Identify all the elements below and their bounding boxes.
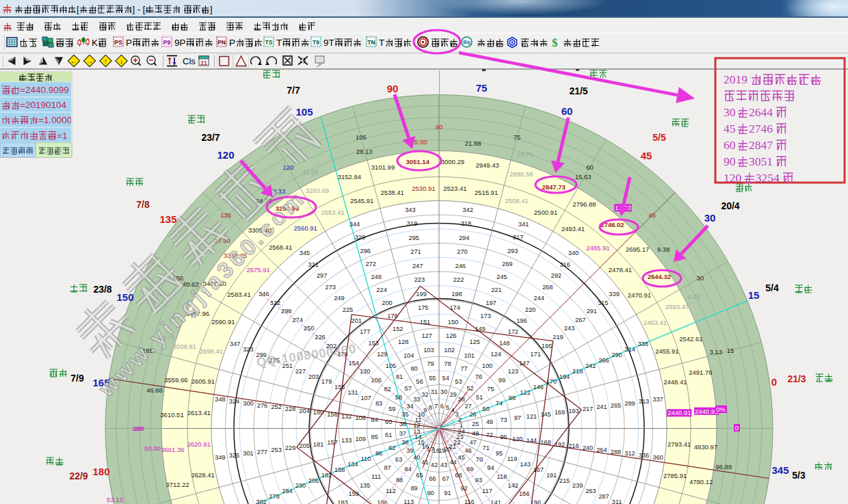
svg-text:0%: 0% xyxy=(716,406,726,413)
svg-text:75: 75 xyxy=(476,82,488,94)
svg-text:337: 337 xyxy=(652,396,663,403)
svg-text:173: 173 xyxy=(480,313,491,319)
svg-text:93: 93 xyxy=(475,477,482,483)
svg-text:254: 254 xyxy=(282,488,293,494)
svg-text:105: 105 xyxy=(295,106,313,118)
svg-text:2644.32: 2644.32 xyxy=(648,273,671,280)
svg-text:171: 171 xyxy=(530,351,541,358)
svg-text:88: 88 xyxy=(396,477,403,483)
svg-text:3051.14: 3051.14 xyxy=(406,158,429,165)
svg-text:289: 289 xyxy=(624,400,635,407)
svg-text:30: 30 xyxy=(704,212,716,224)
svg-text:2644: 2644 xyxy=(749,105,773,119)
svg-text:73: 73 xyxy=(500,416,507,423)
svg-text:33: 33 xyxy=(413,396,420,403)
svg-text:2478.41: 2478.41 xyxy=(609,266,632,274)
svg-text:145: 145 xyxy=(540,411,551,418)
svg-text:Big: Big xyxy=(463,40,471,45)
svg-text:2628.41: 2628.41 xyxy=(191,471,215,479)
svg-text:38: 38 xyxy=(401,439,408,446)
svg-text:2515.91: 2515.91 xyxy=(475,189,498,196)
svg-text:→: → xyxy=(86,57,93,65)
svg-text:226: 226 xyxy=(315,334,326,341)
svg-text:347: 347 xyxy=(230,341,241,347)
svg-text:2019: 2019 xyxy=(724,72,747,86)
svg-text:120: 120 xyxy=(724,171,742,185)
svg-text:245: 245 xyxy=(496,274,507,280)
svg-text:21: 21 xyxy=(200,59,207,66)
svg-text:91: 91 xyxy=(444,490,451,496)
svg-text:83: 83 xyxy=(375,400,382,407)
svg-text:3712.22: 3712.22 xyxy=(166,481,189,488)
svg-text:72: 72 xyxy=(486,432,493,438)
svg-text:92: 92 xyxy=(460,485,467,492)
svg-text:23/7: 23/7 xyxy=(201,132,220,143)
svg-text:2470.91: 2470.91 xyxy=(628,291,651,299)
svg-text:126: 126 xyxy=(446,332,457,339)
svg-text:99: 99 xyxy=(499,377,505,384)
svg-text:203: 203 xyxy=(308,373,319,380)
svg-text:94: 94 xyxy=(487,464,494,471)
svg-text:278: 278 xyxy=(269,493,280,500)
svg-text:117: 117 xyxy=(482,488,492,494)
svg-text:155: 155 xyxy=(334,384,345,390)
svg-text:225: 225 xyxy=(343,306,354,313)
svg-text:344: 344 xyxy=(349,221,360,228)
svg-text:45: 45 xyxy=(641,150,652,161)
svg-text:228: 228 xyxy=(285,406,296,412)
svg-text:60: 60 xyxy=(586,163,594,171)
svg-text:301: 301 xyxy=(243,450,254,457)
svg-text:2613.41: 2613.41 xyxy=(187,409,211,416)
svg-text:170: 170 xyxy=(546,378,557,385)
svg-text:149: 149 xyxy=(475,326,486,332)
svg-text:41: 41 xyxy=(421,459,428,466)
svg-text:109: 109 xyxy=(355,436,366,442)
svg-text:58: 58 xyxy=(395,394,402,401)
svg-text:324: 324 xyxy=(229,398,240,405)
svg-text:135: 135 xyxy=(159,213,176,225)
svg-text:297: 297 xyxy=(317,272,328,279)
svg-text:37: 37 xyxy=(399,430,406,437)
svg-text:106: 106 xyxy=(371,377,382,384)
svg-text:60: 60 xyxy=(561,105,573,117)
svg-text:288: 288 xyxy=(611,449,622,455)
svg-text:0: 0 xyxy=(771,376,777,388)
svg-text:7/7: 7/7 xyxy=(287,85,300,96)
svg-text:20/4: 20/4 xyxy=(721,200,739,211)
svg-text:30: 30 xyxy=(697,274,704,282)
svg-text:313: 313 xyxy=(639,398,650,405)
svg-text:133: 133 xyxy=(341,437,352,444)
svg-text:3000.29: 3000.29 xyxy=(441,158,464,165)
svg-text:229: 229 xyxy=(285,445,296,451)
svg-text:294: 294 xyxy=(459,235,470,241)
svg-text:$: $ xyxy=(552,36,558,49)
svg-text:7/9: 7/9 xyxy=(70,373,84,384)
svg-text:Cls: Cls xyxy=(183,56,196,66)
svg-text:] - [: ] - [ xyxy=(133,4,146,14)
svg-text:196: 196 xyxy=(516,317,527,324)
svg-text:147: 147 xyxy=(519,360,530,367)
svg-text:169: 169 xyxy=(555,409,566,416)
svg-text:132: 132 xyxy=(341,413,352,420)
svg-text:116: 116 xyxy=(464,499,475,504)
svg-text:60: 60 xyxy=(724,138,736,152)
svg-text:296: 296 xyxy=(360,248,371,254)
svg-text:177: 177 xyxy=(360,328,371,335)
svg-text:150: 150 xyxy=(116,291,133,303)
svg-text:49: 49 xyxy=(486,419,493,425)
svg-text:339: 339 xyxy=(609,291,620,297)
svg-text:P9: P9 xyxy=(163,39,171,46)
svg-text:23/8: 23/8 xyxy=(93,284,111,295)
svg-text:69: 69 xyxy=(466,466,473,473)
svg-text:90: 90 xyxy=(724,155,736,168)
svg-text:32: 32 xyxy=(421,391,428,398)
svg-text:253: 253 xyxy=(271,447,282,453)
svg-text:21.88: 21.88 xyxy=(465,140,481,147)
svg-text:154: 154 xyxy=(349,360,360,367)
svg-text:90: 90 xyxy=(427,490,434,496)
svg-text:9T: 9T xyxy=(323,38,334,48)
svg-text:141: 141 xyxy=(490,499,501,504)
svg-text:2949.43: 2949.43 xyxy=(475,161,499,169)
svg-text:46.88: 46.88 xyxy=(146,386,163,394)
svg-text:107: 107 xyxy=(360,395,371,401)
